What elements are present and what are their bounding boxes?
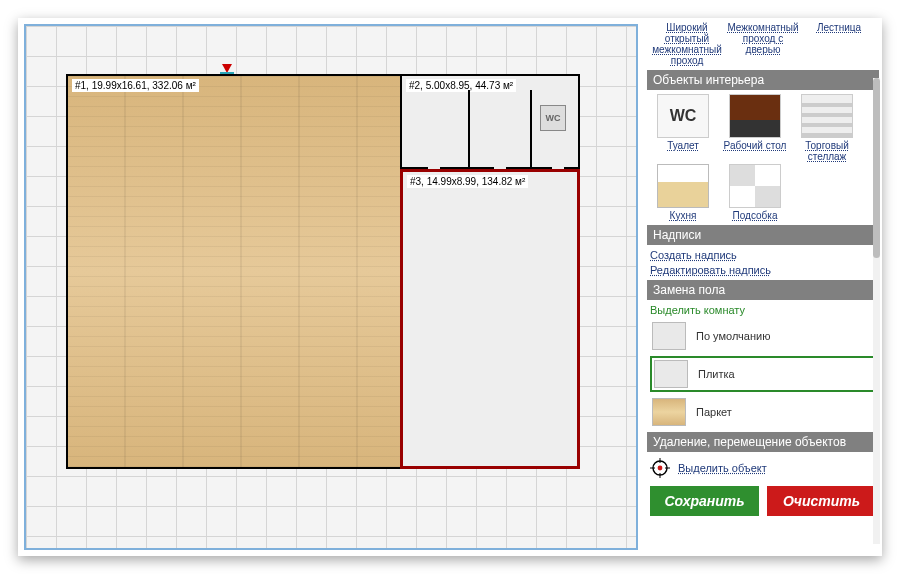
objects-grid: WC Туалет Рабочий стол Торговый стеллаж … (650, 94, 876, 221)
clear-button[interactable]: Очистить (767, 486, 876, 516)
svg-point-1 (658, 466, 663, 471)
floor-option-default[interactable]: По умолчанию (650, 320, 876, 352)
select-object-row: Выделить объект (650, 458, 876, 478)
wall (530, 90, 532, 167)
obj-desk-label[interactable]: Рабочий стол (724, 140, 787, 151)
labels-links: Создать надпись Редактировать надпись (650, 249, 876, 276)
obj-kitchen[interactable]: Кухня (650, 164, 716, 221)
wall (468, 90, 470, 167)
swatch-parquet-icon (652, 398, 686, 426)
floorplan-canvas[interactable]: #1, 19.99x16.61, 332.06 м² #2, 5.00x8.95… (18, 18, 644, 556)
action-buttons: Сохранить Очистить (650, 486, 876, 516)
link-wide-passage[interactable]: Широкий открытый межкомнатный проход (650, 22, 724, 66)
save-button[interactable]: Сохранить (650, 486, 759, 516)
link-edit-label[interactable]: Редактировать надпись (650, 264, 876, 276)
swatch-default-icon (652, 322, 686, 350)
section-floor-header: Замена пола (647, 280, 879, 300)
sidebar: Широкий открытый межкомнатный проход Меж… (644, 18, 882, 556)
desk-icon (729, 94, 781, 138)
link-stairs[interactable]: Лестница (802, 22, 876, 66)
grid: #1, 19.99x16.61, 332.06 м² #2, 5.00x8.95… (24, 24, 638, 550)
app-frame: #1, 19.99x16.61, 332.06 м² #2, 5.00x8.95… (18, 18, 882, 556)
room-1-label: #1, 19.99x16.61, 332.06 м² (72, 79, 199, 92)
obj-toilet[interactable]: WC Туалет (650, 94, 716, 162)
obj-toilet-label[interactable]: Туалет (667, 140, 699, 151)
room-3-label: #3, 14.99x8.99, 134.82 м² (407, 175, 528, 188)
room-1[interactable]: #1, 19.99x16.61, 332.06 м² (66, 74, 401, 469)
room-2[interactable]: #2, 5.00x8.95, 44.73 м² WC (400, 74, 580, 169)
obj-boxes-label[interactable]: Подсобка (733, 210, 778, 221)
room-3-selected[interactable]: #3, 14.99x8.99, 134.82 м² (400, 169, 580, 469)
floor-parquet-label: Паркет (696, 406, 732, 418)
floor-default-label: По умолчанию (696, 330, 770, 342)
boxes-icon (729, 164, 781, 208)
floor-option-parquet[interactable]: Паркет (650, 396, 876, 428)
link-door-passage[interactable]: Межкомнатный проход с дверью (726, 22, 800, 66)
link-select-object[interactable]: Выделить объект (678, 462, 767, 474)
obj-shelf-label[interactable]: Торговый стеллаж (794, 140, 860, 162)
floor-tile-label: Плитка (698, 368, 735, 380)
obj-shelf[interactable]: Торговый стеллаж (794, 94, 860, 162)
obj-kitchen-label[interactable]: Кухня (670, 210, 697, 221)
shelf-icon (801, 94, 853, 138)
link-create-label[interactable]: Создать надпись (650, 249, 876, 261)
section-objects-header: Объекты интерьера (647, 70, 879, 90)
target-icon (650, 458, 670, 478)
link-select-room[interactable]: Выделить комнату (650, 304, 876, 316)
floor-option-tile[interactable]: Плитка (650, 356, 876, 392)
section-delete-header: Удаление, перемещение объектов (647, 432, 879, 452)
obj-boxes[interactable]: Подсобка (722, 164, 788, 221)
kitchen-icon (657, 164, 709, 208)
section-labels-header: Надписи (647, 225, 879, 245)
wc-icon[interactable]: WC (540, 105, 566, 131)
top-passage-links: Широкий открытый межкомнатный проход Меж… (650, 22, 876, 66)
toilet-icon: WC (657, 94, 709, 138)
obj-desk[interactable]: Рабочий стол (722, 94, 788, 162)
room-2-label: #2, 5.00x8.95, 44.73 м² (406, 79, 516, 92)
scrollbar[interactable] (873, 78, 880, 544)
swatch-tile-icon (654, 360, 688, 388)
